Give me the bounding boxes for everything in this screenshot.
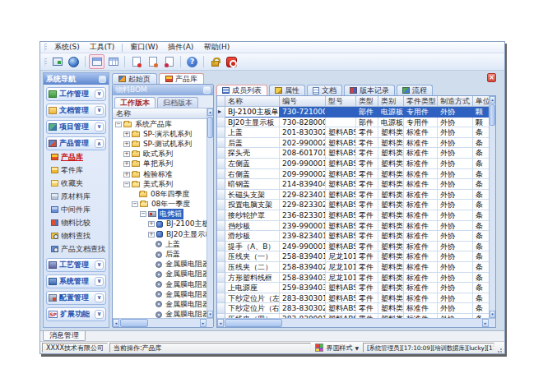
table-row[interactable]: 后盖 202-990002-01X 塑料ABS 零件 塑料类 标准件 外协 <box>217 138 489 149</box>
table-row[interactable]: 提手（A、B） 249-990001-01X 塑料ABS 零件 塑料类 标准件 … <box>217 242 489 252</box>
menu-item[interactable] <box>122 44 123 52</box>
bom-version-tab[interactable]: 工作版本 <box>114 97 155 108</box>
expander-icon[interactable]: + <box>148 232 155 238</box>
tree-node[interactable]: + BJ-2100主板单点 <box>113 219 207 229</box>
pin-icon[interactable] <box>203 86 211 94</box>
sidebar-entry[interactable]: 工作管理 ∨ <box>46 87 106 101</box>
table-row[interactable]: 长磁头支架 229-823401-00X 塑料ABS 零件 塑料类 标准件 外协 <box>217 190 489 201</box>
toolbar-button[interactable] <box>207 54 223 69</box>
sidebar-entry[interactable]: 系统管理 ∨ <box>46 274 106 288</box>
tree-node[interactable]: 金属膜电阻器 <box>113 279 207 289</box>
tree-node[interactable]: − 系统产品库 <box>113 119 207 129</box>
toolbar-button[interactable] <box>145 54 160 69</box>
sidebar-entry[interactable]: 原材料库 ∨ <box>44 190 109 203</box>
scroll-left-icon[interactable]: ◂ <box>217 319 224 327</box>
table-row[interactable]: 下纱定位片（右） 283-830302-00X 塑料ABS 零件 塑料类 标准件… <box>217 303 489 314</box>
close-icon[interactable]: × <box>487 73 496 82</box>
tree-node[interactable]: 金属膜电阻器 <box>113 270 207 279</box>
table-row[interactable]: BJ-2100主板单点 730-721000-12X 部件 电源板 专用件 外协 <box>217 107 489 118</box>
toolbar-button[interactable] <box>180 56 181 67</box>
collapse-icon[interactable] <box>99 76 106 83</box>
table-row[interactable]: 投置电脑支架 229-823302-00X 塑料ABS 零件 塑料类 标准件 外… <box>217 200 489 210</box>
tree-node[interactable]: + 欧式系列 <box>113 150 207 159</box>
toolbar-button[interactable] <box>89 54 104 69</box>
tree-node[interactable]: + 单把系列 <box>113 159 207 169</box>
table-row[interactable]: 暗钢盖 214-839404-01X 塑料ABS 零件 塑料类 标准件 外协 <box>217 179 489 190</box>
table-row[interactable]: 方形塑料线框 258-839403-00X 尼龙1010 零件 塑料类 标准件 … <box>217 273 489 284</box>
chevron-down-icon[interactable]: ∨ <box>95 122 104 131</box>
table-row[interactable]: 接纱轮护罩 236-823301-00X 塑料ABS 零件 塑料类 标准件 外协 <box>217 210 489 221</box>
expander-icon[interactable]: + <box>123 161 130 167</box>
document-tab[interactable]: 起始页 <box>112 73 157 84</box>
column-header[interactable]: 类别 <box>378 96 404 107</box>
member-tab[interactable]: 流程 <box>397 85 433 95</box>
tree-node[interactable]: + 检验标准 <box>113 169 207 179</box>
toolbar-button[interactable] <box>128 54 144 69</box>
table-row[interactable]: BJ20主显示板 730-828000-04X 部件 电源板 专用件 外协 <box>217 118 489 128</box>
sidebar-entry[interactable]: 产品文档查找 ∨ <box>44 242 109 256</box>
expander-icon[interactable]: − <box>123 182 130 187</box>
scroll-up-icon[interactable]: ▴ <box>490 96 495 104</box>
sidebar-entry[interactable]: 物料比较 ∨ <box>44 216 109 229</box>
expander-icon[interactable]: + <box>123 131 130 137</box>
table-row[interactable]: 压线夹（一） 258-839401-00X 尼龙1010 零件 塑料类 标准件 … <box>217 251 489 262</box>
sidebar-entry[interactable]: 配置管理 ∨ <box>46 291 106 305</box>
tree-node[interactable]: + BJ20主显示板 <box>113 229 207 239</box>
chevron-down-icon[interactable]: ∨ <box>95 139 104 148</box>
sidebar-entry[interactable]: 物料查找 ∨ <box>44 229 109 242</box>
member-tab[interactable]: 属性 <box>269 85 305 95</box>
toolbar-button[interactable] <box>203 56 204 67</box>
chevron-down-icon[interactable]: ∨ <box>95 310 104 319</box>
column-header[interactable]: 型号 <box>326 96 356 107</box>
member-tab[interactable]: 版本记录 <box>344 85 395 95</box>
tree-node[interactable]: 金属膜电阻器 <box>113 310 207 318</box>
menu-item[interactable]: 系统(S) <box>49 42 85 53</box>
column-header[interactable]: 零件类型 <box>404 96 438 107</box>
column-header[interactable]: 编号 <box>280 96 326 107</box>
sidebar-entry[interactable]: 文档管理 ∨ <box>46 104 106 118</box>
scroll-up-icon[interactable]: ▴ <box>207 108 213 116</box>
message-tab[interactable]: 消息管理 <box>43 331 86 341</box>
tree-node[interactable]: − 电烤箱 <box>113 210 207 219</box>
sidebar-entry[interactable]: 零件库 ∨ <box>44 164 109 177</box>
tree-node[interactable]: 金属膜电阻器 <box>113 260 207 270</box>
column-header[interactable]: 单位 <box>473 96 489 107</box>
sidebar-entry[interactable]: 收藏夹 ∨ <box>44 177 109 190</box>
tree-node[interactable]: 金属膜电阻器 <box>113 299 207 309</box>
scroll-down-icon[interactable]: ▾ <box>207 311 213 318</box>
tree-vscroll[interactable]: ▴ ▾ <box>207 108 213 318</box>
expander-icon[interactable]: + <box>123 141 130 147</box>
tree-node[interactable]: 08年四季度 <box>113 189 207 199</box>
tree-node[interactable]: 金属膜电阻器 <box>113 289 207 299</box>
member-tab[interactable]: 文档 <box>307 85 342 95</box>
sidebar-entry[interactable]: 工艺管理 ∨ <box>46 258 106 272</box>
expander-icon[interactable]: − <box>132 201 138 207</box>
toolbar-button[interactable] <box>105 54 121 69</box>
menu-item[interactable]: 插件(A) <box>163 42 198 53</box>
table-hscroll[interactable]: ◂ ▸ <box>217 319 489 327</box>
menu-item[interactable]: 窗口(W) <box>125 42 163 53</box>
column-header[interactable]: 名称 <box>225 96 280 107</box>
table-row[interactable]: 压线夹（二） 258-839402-00X 尼龙1010 零件 塑料类 标准件 … <box>217 262 489 273</box>
drag-grip-icon[interactable] <box>44 58 47 66</box>
toolbar-button[interactable] <box>124 56 125 67</box>
sidebar-entry[interactable]: 项目管理 ∨ <box>46 120 106 134</box>
table-row[interactable]: 上电源座 259-839403-00X 塑料ABS 零件 塑料类 标准件 外协 <box>217 283 489 293</box>
scroll-right-icon[interactable]: ▸ <box>482 319 489 327</box>
table-row[interactable]: 探头壳 208-601701-01X 塑料ABS 零件 塑料类 标准件 外协 <box>217 148 489 159</box>
sidebar-entry[interactable]: 中间件库 ∨ <box>44 203 109 216</box>
scroll-thumb[interactable] <box>207 117 213 138</box>
tree-hscroll[interactable]: ◂ ▸ <box>113 319 207 327</box>
expander-icon[interactable]: − <box>115 122 122 127</box>
tree-node[interactable]: + SP-演示机系列 <box>113 129 207 139</box>
table-row[interactable]: 下纱定位片（左） 283-830301-00X 塑料ABS 零件 塑料类 标准件… <box>217 293 489 304</box>
table-row[interactable]: 挡纱板 239-990001-01X 塑料ABS 零件 塑料类 标准件 外协 <box>217 221 489 232</box>
chevron-down-icon[interactable]: ∨ <box>95 293 104 302</box>
scroll-thumb[interactable] <box>490 104 495 126</box>
table-row[interactable]: 右侧盖 209-990002-01X 塑料ABS 零件 塑料类 标准件 外协 <box>217 169 489 180</box>
table-row[interactable]: 滑纱板 239-823401-00X 塑料ABS 零件 塑料类 标准件 外协 <box>217 231 489 242</box>
toolbar-button[interactable] <box>85 56 86 67</box>
expander-icon[interactable]: + <box>123 151 130 157</box>
toolbar-button[interactable] <box>184 54 200 69</box>
document-tab[interactable]: 产品库 <box>159 73 204 84</box>
